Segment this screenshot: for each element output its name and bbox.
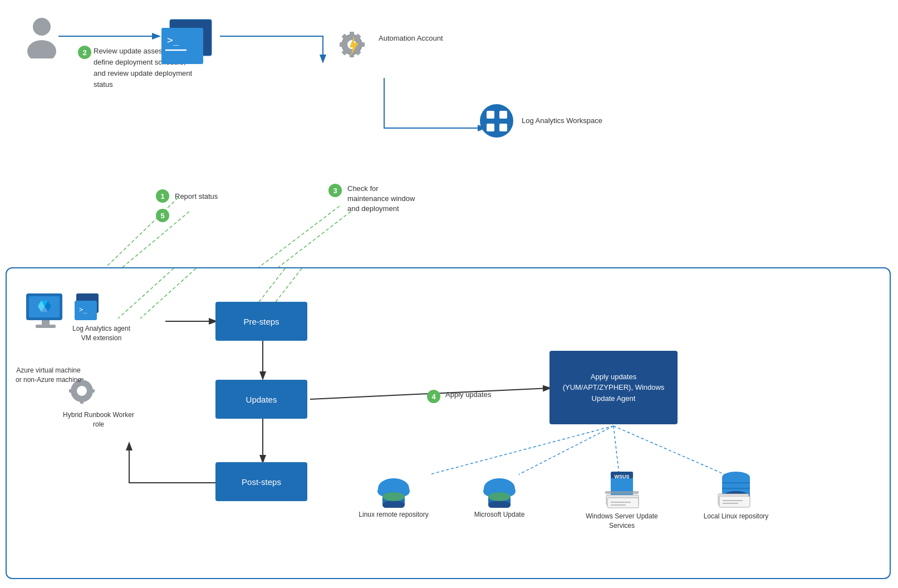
svg-point-51	[77, 386, 87, 396]
svg-rect-24	[499, 111, 507, 119]
repo-local-linux-label: Local Linux repository	[697, 512, 775, 521]
updates-label: Updates	[246, 395, 277, 404]
svg-text:WSUS: WSUS	[615, 474, 630, 479]
svg-point-1	[27, 40, 56, 58]
hybrid-runbook-label: Hybrid Runbook Worker role	[62, 410, 135, 429]
repo-linux-remote: Linux remote repository	[357, 472, 430, 520]
svg-point-22	[480, 104, 513, 138]
step1-text: Report status	[175, 192, 218, 200]
step2-badge: 2	[78, 46, 94, 59]
apply-updates-box: Apply updates (YUM/APT/ZYPHER), Windows …	[549, 351, 678, 424]
svg-line-5	[259, 206, 340, 267]
updates-box: Updates	[215, 380, 307, 419]
svg-rect-73	[605, 491, 639, 494]
azure-vm-icon	[23, 291, 68, 334]
svg-point-62	[382, 492, 405, 501]
svg-rect-13	[350, 32, 354, 36]
presteps-label: Pre-steps	[243, 317, 279, 326]
automation-account-icon	[328, 19, 376, 68]
svg-rect-45	[42, 320, 50, 325]
step5-area: 5	[156, 209, 171, 222]
poststeps-label: Post-steps	[242, 477, 281, 487]
repo-wsus-label: Windows Server Update Services	[580, 512, 664, 531]
repo-microsoft-update-label: Microsoft Update	[463, 510, 536, 520]
repo-microsoft-update: Microsoft Update	[463, 472, 536, 520]
log-analytics-icon: Log Analytics Workspace	[479, 103, 602, 139]
step2-circle: 2	[78, 46, 91, 59]
la-agent-icon: >_	[73, 291, 104, 323]
svg-rect-8	[161, 28, 203, 64]
svg-line-35	[118, 268, 174, 318]
step4-circle: 4	[427, 390, 440, 403]
svg-rect-55	[91, 389, 95, 393]
log-analytics-label: Log Analytics Workspace	[522, 116, 602, 126]
step3-circle: 3	[328, 184, 342, 197]
step4-area: 4 Apply updates	[427, 390, 491, 403]
svg-rect-26	[499, 124, 507, 131]
svg-rect-46	[36, 325, 56, 328]
presteps-box: Pre-steps	[215, 302, 307, 341]
step3-text: Check for maintenance window and deploym…	[347, 184, 418, 214]
svg-text:>_: >_	[79, 306, 87, 313]
svg-rect-88	[719, 496, 750, 507]
svg-line-36	[140, 268, 196, 318]
step3-area: 3 Check for maintenance window and deplo…	[328, 184, 418, 214]
step5-circle: 5	[156, 209, 169, 222]
svg-point-0	[33, 18, 51, 36]
step1-area: 1 Report status	[156, 189, 218, 203]
automation-account-label: Automation Account	[379, 33, 445, 43]
step1-circle: 1	[156, 189, 169, 203]
step4-text: Apply updates	[445, 390, 491, 400]
svg-rect-54	[69, 389, 73, 393]
repo-wsus: WSUS Windows Server Update Services	[580, 466, 664, 531]
svg-rect-53	[80, 400, 84, 404]
svg-point-69	[488, 492, 511, 501]
azure-vm-label: Azure virtual machine or non-Azure machi…	[15, 366, 82, 385]
diagram-container: 2 Review update assessment, define deplo…	[0, 0, 898, 588]
bottom-arrows-svg	[7, 268, 890, 578]
svg-rect-15	[340, 42, 344, 47]
repo-linux-remote-label: Linux remote repository	[357, 510, 430, 520]
portal-icon: >_	[159, 11, 220, 68]
svg-rect-16	[360, 42, 365, 47]
la-agent-label: Log Analytics agent VM extension	[68, 324, 135, 343]
svg-line-6	[278, 212, 351, 267]
svg-rect-25	[487, 124, 494, 131]
poststeps-box: Post-steps	[215, 462, 307, 501]
person-icon	[22, 17, 61, 60]
svg-line-3	[106, 198, 178, 267]
svg-text:>_: >_	[167, 34, 179, 46]
svg-rect-77	[607, 498, 639, 508]
person-svg	[25, 17, 58, 58]
apply-updates-label: Apply updates (YUM/APT/ZYPHER), Windows …	[556, 371, 671, 404]
bottom-section: >_ Log Analytics agent VM extension Hybr…	[6, 267, 891, 579]
svg-rect-23	[487, 111, 494, 119]
top-arrows-svg	[0, 0, 898, 273]
repo-local-linux: Local Linux repository	[697, 466, 775, 521]
